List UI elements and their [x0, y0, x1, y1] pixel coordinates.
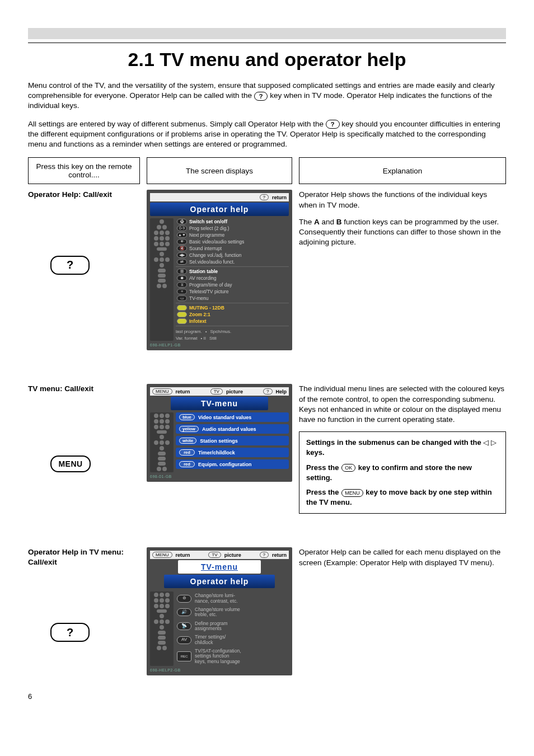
tag-white: white	[179, 438, 196, 444]
eye-icon: 👁	[177, 239, 187, 245]
sec1-left-title: Operator Help: Call/exit	[28, 190, 140, 200]
rec-box-icon: REC	[177, 651, 191, 661]
section-operator-help: Operator Help: Call/exit ? ? return Oper…	[28, 190, 506, 350]
eye-adjust-icon: ⊚	[177, 595, 191, 603]
osd-line: Zoom 2:1	[189, 312, 210, 317]
t: and	[320, 218, 336, 226]
intro-paragraph-2: All settings are entered by way of diffe…	[28, 119, 506, 150]
menu-icon: ▭	[177, 295, 187, 301]
sec3-osd-screenshot: MENU return TV picture ? return TV-menu …	[147, 547, 292, 675]
osd-id: 698-01-GB	[150, 475, 289, 478]
osd-tv-key-icon: TV	[210, 388, 223, 395]
antenna-icon: 📡	[177, 622, 191, 630]
help2-text: TV/SAT-configuration, settings function …	[195, 649, 241, 664]
select-icon: ⇄	[177, 259, 187, 265]
menu-key-icon: MENU	[50, 456, 91, 472]
osd-footer-r1: Spch/mus.	[210, 329, 232, 334]
help2-text: Timer settings/ childlock	[195, 635, 226, 645]
speaker-icon: 🔊	[177, 608, 191, 616]
sec1-osd-screenshot: ? return Operator help	[147, 190, 292, 350]
dot-b-icon	[177, 312, 187, 317]
dot-c-icon	[177, 318, 187, 324]
osd-line: Program/time of day	[189, 283, 232, 288]
menu-key-icon-small: MENU	[341, 489, 363, 497]
help-key-icon: ?	[50, 623, 90, 642]
osd-line: Next programme	[189, 233, 224, 238]
callout-p1-b: keys.	[306, 448, 325, 457]
sec2-callout-box: Settings in the submenus can be changed …	[299, 431, 506, 514]
osd-menu-item: yellow Audio standard values	[176, 424, 289, 434]
osd-line: Infotext	[189, 319, 207, 324]
help-key-inline-icon: ?	[326, 120, 340, 129]
callout-p1-a: Settings in the submenus can be changed …	[306, 438, 483, 447]
rec-icon: ⏺	[177, 275, 187, 281]
osd-help-key-icon: ?	[263, 388, 272, 395]
osd-line: Change vol./adj. function	[189, 253, 242, 258]
tag-blue: blue	[179, 414, 195, 420]
osd-title: TV-menu	[171, 397, 268, 410]
power-icon: ⏻	[177, 219, 187, 224]
osd-title1: TV-menu	[178, 560, 261, 574]
osd-title: Operator help	[150, 203, 289, 216]
osd-line: MUTING - 12DB	[189, 306, 224, 311]
osd-tv-picture-label: picture	[226, 389, 243, 395]
help-key-inline-icon: ?	[254, 92, 268, 101]
osd-line: Station table	[189, 269, 218, 274]
sec2-osd-screenshot: MENU return TV picture ? Help TV-menu	[147, 384, 292, 482]
osd-line: Switch set on/off	[189, 219, 227, 224]
sec2-explanation-p1: The individual menu lines are selected w…	[299, 384, 506, 425]
leftright-icon: ◀▶	[177, 252, 187, 258]
intro2-a: All settings are entered by way of diffe…	[28, 120, 326, 128]
osd-menu-return-label: return	[176, 552, 190, 558]
sec3-left-title: Operator Help in TV menu: Call/exit	[28, 547, 140, 567]
divider	[28, 43, 506, 43]
osd-line: Sound interrupt	[189, 246, 222, 251]
col-header-left: Press this key on the remote control....	[28, 157, 140, 184]
column-header-row: Press this key on the remote control....…	[28, 157, 506, 184]
tag-red2: red	[179, 461, 195, 467]
help2-text: Change/store volume treble, etc.	[195, 607, 240, 618]
left-right-arrows-icon: ◁ ▷	[483, 438, 496, 447]
help2-text: Change/store lumi- nance, contrast, etc.	[195, 593, 238, 604]
osd-menu-label: Video standard values	[198, 415, 251, 420]
updown-icon: ▲▼	[177, 232, 187, 238]
callout-p3-a: Press the	[306, 488, 341, 496]
osd-line: Teletext/TV picture	[189, 289, 228, 294]
help2-text: Define program assignments	[195, 621, 228, 632]
mute-icon: 🔇	[177, 246, 187, 251]
section-tv-menu: TV menu: Call/exit MENU MENU return TV p…	[28, 384, 506, 514]
digits-icon: 0-9	[177, 226, 187, 231]
page-title: 2.1 TV menu and operator help	[28, 49, 506, 71]
osd-line: TV-menu	[189, 296, 209, 301]
osd-return-label: return	[272, 195, 287, 200]
sec1-explanation-p1: Operator Help shows the functions of the…	[299, 190, 506, 210]
t: The	[299, 218, 314, 226]
list-icon: ☰	[177, 269, 187, 274]
av-icon: AV	[177, 636, 191, 644]
bold-a: A	[314, 218, 320, 226]
osd-menu-item: red Timer/childlock	[176, 448, 289, 457]
osd-menu-item: white Station settings	[176, 436, 289, 445]
osd-help-label: Help	[276, 389, 287, 395]
remote-graphic	[150, 591, 174, 666]
osd-menu-label: Station settings	[200, 438, 238, 444]
osd-tv-picture-label: picture	[224, 552, 241, 558]
help-key-icon: ?	[50, 256, 90, 275]
sec1-explanation-p2: The A and B function keys can be program…	[299, 217, 506, 248]
teletext-icon: ≡	[177, 289, 187, 294]
page-number: 6	[28, 692, 506, 701]
tag-red: red	[179, 449, 195, 456]
osd-return-key-icon: ?	[260, 194, 269, 200]
osd-line: Prog select (2 dig.)	[189, 226, 229, 231]
ok-key-icon: OK	[341, 464, 355, 472]
osd-menu-label: Audio standard values	[202, 426, 256, 432]
osd-menu-item: blue Video standard values	[176, 412, 289, 422]
sec2-left-title: TV menu: Call/exit	[28, 384, 140, 394]
remote-graphic	[150, 218, 174, 341]
osd-line: Basic video/audio settings	[189, 240, 244, 245]
osd-menu-return-label: return	[176, 389, 190, 395]
osd-menu-item: red Equipm. configuration	[176, 459, 289, 469]
osd-tv-key-icon: TV	[208, 552, 221, 558]
osd-menu-label: Timer/childlock	[198, 450, 235, 456]
osd-id: 698-HELP1-GB	[150, 343, 289, 347]
